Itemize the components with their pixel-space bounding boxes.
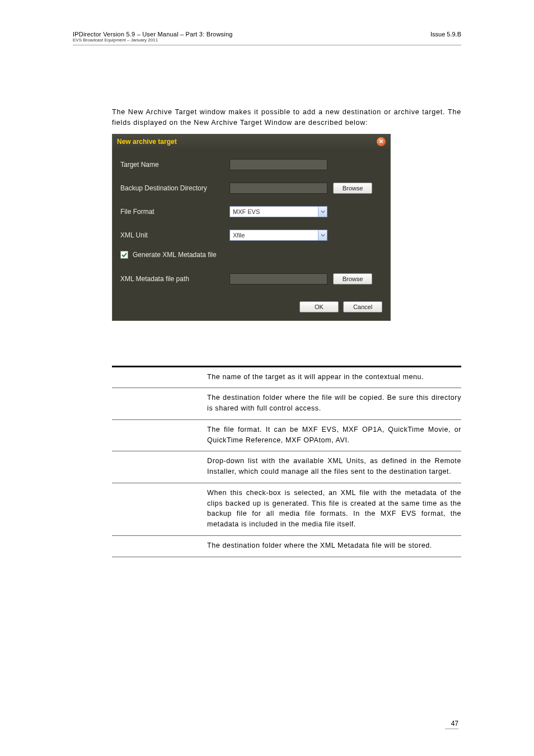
browse-button[interactable]: Browse <box>333 183 372 194</box>
table-row: The file format. It can be MXF EVS, MXF … <box>112 420 461 452</box>
header-title: IPDirector Version 5.9 – User Manual – P… <box>73 31 233 38</box>
file-format-select[interactable]: MXF EVS <box>229 206 327 217</box>
header-issue: Issue 5.9.B <box>430 31 461 38</box>
table-row: The name of the target as it will appear… <box>112 367 461 389</box>
table-row: The destination folder where the XML Met… <box>112 536 461 557</box>
table-row: Drop-down list with the available XML Un… <box>112 451 461 483</box>
xml-unit-select[interactable]: Xfile <box>229 230 327 241</box>
close-icon[interactable]: ✕ <box>377 137 386 146</box>
generate-xml-checkbox[interactable] <box>120 251 128 259</box>
page-number: 47 <box>445 720 458 729</box>
xml-path-label: XML Metadata file path <box>120 275 229 283</box>
target-name-input[interactable] <box>229 159 327 170</box>
chevron-down-icon <box>318 207 327 217</box>
new-archive-target-dialog: New archive target ✕ Target Name Backup … <box>112 134 391 321</box>
generate-xml-label: Generate XML Metadata file <box>133 251 217 259</box>
backup-dir-label: Backup Destination Directory <box>120 184 229 192</box>
dialog-titlebar: New archive target ✕ <box>113 134 390 149</box>
xml-unit-label: XML Unit <box>120 231 229 239</box>
xml-path-input[interactable] <box>229 273 327 284</box>
chevron-down-icon <box>318 230 327 240</box>
description-table: The name of the target as it will appear… <box>112 366 461 557</box>
target-name-label: Target Name <box>120 161 229 169</box>
backup-dir-input[interactable] <box>229 183 327 194</box>
header-subtitle: EVS Broadcast Equipment – January 2011 <box>73 38 233 43</box>
cancel-button[interactable]: Cancel <box>343 301 382 312</box>
xml-unit-value: Xfile <box>233 232 245 239</box>
table-row: When this check-box is selected, an XML … <box>112 483 461 536</box>
file-format-value: MXF EVS <box>233 208 260 215</box>
table-row: The destination folder where the file wi… <box>112 388 461 420</box>
page-header: IPDirector Version 5.9 – User Manual – P… <box>73 31 461 45</box>
file-format-label: File Format <box>120 208 229 216</box>
dialog-title-text: New archive target <box>117 138 177 146</box>
intro-paragraph: The New Archive Target window makes it p… <box>112 107 461 128</box>
ok-button[interactable]: OK <box>299 301 339 312</box>
browse-button[interactable]: Browse <box>333 273 372 284</box>
